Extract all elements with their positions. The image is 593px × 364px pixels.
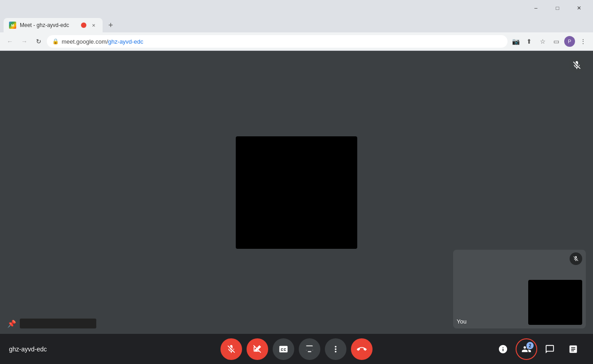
- close-button[interactable]: ✕: [569, 0, 589, 16]
- self-tile-header: [453, 250, 586, 265]
- reader-view-button[interactable]: ▭: [550, 35, 562, 48]
- meet-favicon-icon: M: [9, 22, 16, 29]
- captions-button[interactable]: [273, 338, 294, 360]
- profile-button[interactable]: P: [563, 35, 576, 48]
- forward-button[interactable]: →: [18, 35, 31, 48]
- main-video-feed: [236, 136, 357, 249]
- active-tab[interactable]: M Meet - ghz-ayvd-edc ✕: [4, 18, 103, 32]
- more-options-button[interactable]: ⋮: [577, 35, 589, 48]
- tab-title: Meet - ghz-ayvd-edc: [20, 22, 77, 28]
- participant-name-bar: [20, 319, 96, 328]
- self-mute-icon: [570, 252, 582, 265]
- right-controls: 2: [492, 338, 584, 360]
- info-icon: [498, 344, 508, 354]
- people-button[interactable]: 2: [516, 338, 537, 360]
- toolbar-right: 📷 ⬆ ☆ ▭ P ⋮: [509, 35, 589, 48]
- mic-off-icon: [572, 60, 582, 70]
- participant-count-badge: 2: [526, 342, 534, 349]
- mute-mic-button[interactable]: [220, 338, 242, 360]
- url-prefix: meet.google.com/: [62, 38, 108, 45]
- new-tab-button[interactable]: +: [104, 19, 117, 31]
- videocam-off-icon: [252, 344, 262, 354]
- profile-avatar: P: [564, 36, 575, 47]
- present-icon: [305, 344, 314, 354]
- tab-favicon: M: [9, 22, 16, 29]
- captions-icon: [279, 344, 288, 354]
- chat-button[interactable]: [539, 338, 561, 360]
- end-call-button[interactable]: [351, 338, 373, 360]
- self-video-thumbnail: [528, 280, 582, 325]
- toggle-camera-button[interactable]: [247, 338, 268, 360]
- meeting-info-button[interactable]: [492, 338, 514, 360]
- tab-close-button[interactable]: ✕: [90, 22, 97, 29]
- bottom-bar: ghz-ayvd-edc: [0, 334, 593, 364]
- lock-icon: 🔒: [52, 38, 59, 45]
- center-controls: [220, 338, 373, 360]
- refresh-button[interactable]: ↻: [32, 35, 45, 48]
- minimize-button[interactable]: –: [526, 0, 546, 16]
- chat-icon: [545, 344, 555, 354]
- browser-chrome: – □ ✕ M Meet - ghz-ayvd-edc ✕ + ← → ↻ 🔒 …: [0, 0, 593, 51]
- mute-indicator-icon: [569, 57, 585, 73]
- title-bar: – □ ✕: [0, 0, 593, 16]
- more-vert-icon: [331, 344, 341, 354]
- mic-off-icon: [226, 344, 236, 354]
- url-bar[interactable]: 🔒 meet.google.com/ghz-ayvd-edc: [47, 35, 508, 48]
- window-controls: – □ ✕: [526, 0, 589, 16]
- more-options-button[interactable]: [325, 338, 346, 360]
- back-button[interactable]: ←: [4, 35, 16, 48]
- self-mic-off-icon: [573, 256, 579, 262]
- bookmark-button[interactable]: ☆: [536, 35, 549, 48]
- maximize-button[interactable]: □: [547, 0, 568, 16]
- main-video-area: 📌 You: [0, 51, 593, 334]
- present-button[interactable]: [299, 338, 320, 360]
- recording-indicator: [81, 22, 86, 28]
- end-call-icon: [357, 344, 367, 354]
- self-tile-content: You: [453, 265, 586, 328]
- address-bar: ← → ↻ 🔒 meet.google.com/ghz-ayvd-edc 📷 ⬆…: [0, 32, 593, 50]
- meeting-code-label: ghz-ayvd-edc: [9, 346, 47, 353]
- url-text: meet.google.com/ghz-ayvd-edc: [62, 38, 502, 45]
- share-button[interactable]: ⬆: [523, 35, 535, 48]
- self-tile: You: [453, 250, 586, 328]
- activities-icon: [568, 344, 578, 354]
- url-domain: ghz-ayvd-edc: [108, 38, 143, 45]
- activities-button[interactable]: [562, 338, 584, 360]
- camera-toolbar-button[interactable]: 📷: [509, 35, 522, 48]
- tabs-bar: M Meet - ghz-ayvd-edc ✕ +: [0, 16, 593, 32]
- self-label: You: [457, 318, 467, 325]
- participant-name-area: 📌: [7, 319, 96, 328]
- pin-icon: 📌: [7, 319, 16, 328]
- meet-app: 📌 You ghz-ayvd-edc: [0, 51, 593, 364]
